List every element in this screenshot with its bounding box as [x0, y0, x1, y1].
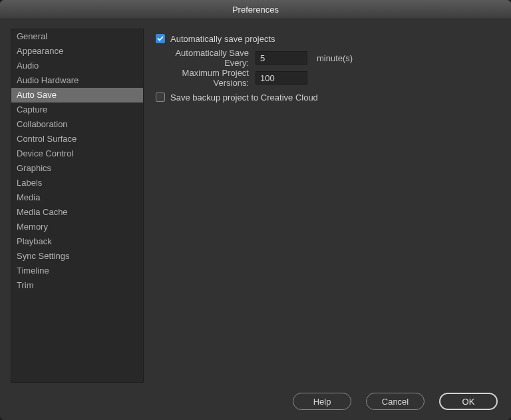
sidebar-item-capture[interactable]: Capture: [11, 103, 143, 117]
backup-cloud-checkbox-label: Save backup project to Creative Cloud: [170, 93, 318, 103]
dialog-footer: Help Cancel OK: [0, 383, 511, 420]
save-every-label: Automatically Save Every:: [156, 48, 256, 68]
max-versions-row: Maximum Project Versions:: [156, 69, 500, 87]
save-every-unit: minute(s): [317, 53, 353, 63]
sidebar-item-audio[interactable]: Audio: [11, 59, 143, 73]
sidebar-item-media[interactable]: Media: [11, 190, 143, 205]
window-title: Preferences: [232, 5, 279, 15]
sidebar-item-timeline[interactable]: Timeline: [11, 264, 143, 278]
sidebar-item-appearance[interactable]: Appearance: [11, 44, 143, 59]
max-versions-label: Maximum Project Versions:: [156, 68, 256, 88]
sidebar-item-playback[interactable]: Playback: [11, 234, 143, 249]
auto-save-checkbox-row[interactable]: Automatically save projects: [156, 30, 500, 47]
help-button[interactable]: Help: [293, 393, 351, 410]
sidebar-item-trim[interactable]: Trim: [11, 278, 143, 293]
sidebar-item-sync-settings[interactable]: Sync Settings: [11, 249, 143, 264]
titlebar: Preferences: [0, 0, 511, 19]
backup-cloud-checkbox[interactable]: [156, 93, 165, 102]
save-every-row: Automatically Save Every: minute(s): [156, 49, 500, 67]
preferences-dialog: Preferences GeneralAppearanceAudioAudio …: [0, 0, 511, 420]
backup-cloud-checkbox-row[interactable]: Save backup project to Creative Cloud: [156, 89, 500, 106]
category-sidebar: GeneralAppearanceAudioAudio HardwareAuto…: [11, 29, 144, 383]
sidebar-item-general[interactable]: General: [11, 29, 143, 44]
sidebar-item-device-control[interactable]: Device Control: [11, 146, 143, 161]
sidebar-item-audio-hardware[interactable]: Audio Hardware: [11, 73, 143, 88]
check-icon: [157, 35, 164, 42]
sidebar-item-memory[interactable]: Memory: [11, 220, 143, 234]
sidebar-item-graphics[interactable]: Graphics: [11, 161, 143, 176]
dialog-body: GeneralAppearanceAudioAudio HardwareAuto…: [0, 19, 511, 383]
save-every-input[interactable]: [256, 51, 307, 65]
auto-save-checkbox-label: Automatically save projects: [170, 34, 275, 44]
auto-save-checkbox[interactable]: [156, 34, 165, 43]
sidebar-item-control-surface[interactable]: Control Surface: [11, 132, 143, 146]
sidebar-item-auto-save[interactable]: Auto Save: [11, 88, 143, 103]
settings-panel: Automatically save projects Automaticall…: [156, 29, 500, 383]
sidebar-item-labels[interactable]: Labels: [11, 176, 143, 190]
cancel-button[interactable]: Cancel: [366, 393, 425, 410]
sidebar-item-collaboration[interactable]: Collaboration: [11, 117, 143, 132]
max-versions-input[interactable]: [256, 71, 307, 85]
ok-button[interactable]: OK: [439, 393, 498, 410]
sidebar-item-media-cache[interactable]: Media Cache: [11, 205, 143, 220]
